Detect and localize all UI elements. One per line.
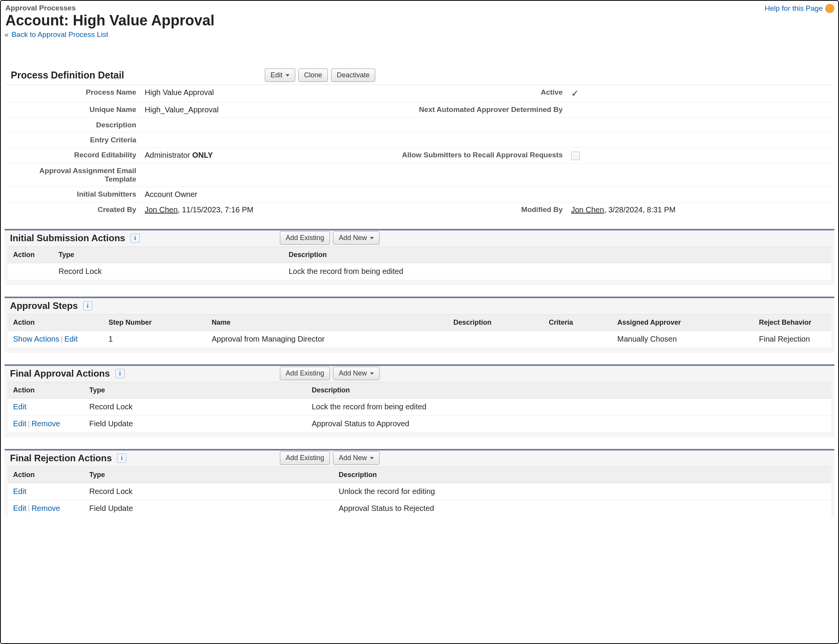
back-link[interactable]: Back to Approval Process List: [10, 30, 108, 38]
label-active: Active: [354, 85, 570, 102]
section-title-final-approval: Final Approval Actions: [10, 368, 110, 379]
label-created-by: Created By: [5, 202, 143, 217]
caret-down-icon: [370, 372, 374, 375]
label-unique-name: Unique Name: [5, 102, 143, 117]
table-row: Record Lock Lock the record from being e…: [8, 263, 831, 280]
section-title-initial-submission: Initial Submission Actions: [10, 233, 125, 244]
col-type: Type: [53, 247, 283, 263]
table-row: Show Actions|Edit 1 Approval from Managi…: [8, 330, 831, 347]
cell-description: Unlock the record for editing: [333, 483, 831, 500]
add-existing-button[interactable]: Add Existing: [280, 451, 330, 465]
panel-initial-submission: Initial Submission Actions i Add Existin…: [5, 229, 834, 285]
col-description: Description: [333, 467, 831, 483]
checkmark-icon: ✓: [571, 88, 579, 98]
help-icon[interactable]: [825, 4, 834, 13]
value-active: ✓: [570, 85, 834, 102]
col-assigned: Assigned Approver: [612, 314, 754, 330]
col-action: Action: [8, 314, 103, 330]
col-action: Action: [8, 247, 53, 263]
cell-action: [8, 263, 53, 280]
col-name: Name: [206, 314, 448, 330]
caret-down-icon: [286, 74, 289, 77]
edit-link[interactable]: Edit: [13, 487, 26, 496]
table-final-approval: Action Type Description Edit Record Lock…: [8, 382, 831, 432]
field-update-link[interactable]: Approval Status to Rejected: [339, 504, 434, 512]
label-initial-submitters: Initial Submitters: [5, 187, 143, 202]
cell-reject: Final Rejection: [754, 330, 831, 347]
cell-description: [448, 330, 543, 347]
section-title-approval-steps: Approval Steps: [10, 300, 78, 311]
remove-link[interactable]: Remove: [32, 504, 60, 512]
panel-final-rejection: Final Rejection Actions i Add Existing A…: [5, 449, 834, 517]
table-row: Edit|Remove Field Update Approval Status…: [8, 415, 831, 432]
cell-action: Edit: [8, 398, 84, 415]
caret-down-icon: [370, 457, 374, 459]
value-allow-recall: [570, 148, 834, 163]
col-criteria: Criteria: [543, 314, 612, 330]
cell-criteria: [543, 330, 612, 347]
table-row: Edit Record Lock Unlock the record for e…: [8, 483, 831, 500]
cell-action: Edit|Remove: [8, 415, 84, 432]
value-created-by: Jon Chen, 11/15/2023, 7:16 PM: [143, 202, 354, 217]
deactivate-button[interactable]: Deactivate: [331, 68, 375, 82]
table-row: Edit|Remove Field Update Approval Status…: [8, 500, 831, 517]
table-approval-steps: Action Step Number Name Description Crit…: [8, 314, 831, 347]
cell-type: Record Lock: [84, 398, 306, 415]
cell-type: Field Update: [84, 415, 306, 432]
cell-action: Edit: [8, 483, 84, 500]
label-description: Description: [5, 118, 143, 132]
col-type: Type: [84, 467, 333, 483]
cell-action: Edit|Remove: [8, 500, 84, 517]
help-link[interactable]: Help for this Page: [765, 4, 823, 13]
value-next-auto: [570, 102, 834, 117]
add-new-button[interactable]: Add New: [333, 367, 379, 380]
value-description: [143, 118, 834, 132]
add-existing-button[interactable]: Add Existing: [280, 367, 330, 380]
cell-type: Record Lock: [53, 263, 283, 280]
cell-name: Approval from Managing Director: [206, 330, 448, 347]
info-icon[interactable]: i: [130, 234, 140, 243]
clone-button[interactable]: Clone: [298, 68, 328, 82]
section-title-final-rejection: Final Rejection Actions: [10, 453, 112, 464]
info-icon[interactable]: i: [117, 454, 126, 463]
section-title-definition: Process Definition Detail: [11, 70, 124, 81]
add-new-button[interactable]: Add New: [333, 231, 379, 245]
col-step-number: Step Number: [103, 314, 206, 330]
label-approval-email: Approval Assignment Email Template: [5, 164, 143, 187]
value-entry-criteria: [143, 133, 834, 147]
show-actions-link[interactable]: Show Actions: [13, 335, 59, 343]
edit-link[interactable]: Edit: [64, 335, 77, 343]
col-action: Action: [8, 382, 84, 398]
value-record-editability: Administrator ONLY: [143, 148, 354, 163]
cell-description: Approval Status to Approved: [306, 415, 831, 432]
label-process-name: Process Name: [5, 85, 143, 102]
add-new-button[interactable]: Add New: [333, 451, 379, 465]
cell-step-number: 1: [103, 330, 206, 347]
edit-link[interactable]: Edit: [13, 419, 26, 428]
cell-assigned: Manually Chosen: [612, 330, 754, 347]
label-entry-criteria: Entry Criteria: [5, 133, 143, 147]
add-existing-button[interactable]: Add Existing: [280, 231, 330, 245]
edit-link[interactable]: Edit: [13, 504, 26, 512]
checkbox-unchecked-icon: [571, 152, 580, 160]
label-next-auto: Next Automated Approver Determined By: [354, 102, 570, 117]
remove-link[interactable]: Remove: [32, 419, 60, 428]
breadcrumb: Approval Processes: [5, 4, 214, 12]
info-icon[interactable]: i: [83, 301, 92, 310]
label-modified-by: Modified By: [354, 202, 570, 217]
field-update-link[interactable]: Approval Status to Approved: [312, 419, 409, 428]
cell-description: Lock the record from being edited: [283, 263, 831, 280]
table-row: Edit Record Lock Lock the record from be…: [8, 398, 831, 415]
cell-action: Show Actions|Edit: [8, 330, 103, 347]
col-type: Type: [84, 382, 306, 398]
panel-final-approval: Final Approval Actions i Add Existing Ad…: [5, 364, 834, 437]
cell-type: Field Update: [84, 500, 333, 517]
col-description: Description: [306, 382, 831, 398]
panel-approval-steps: Approval Steps i Action Step Number Name…: [5, 297, 834, 353]
edit-link[interactable]: Edit: [13, 402, 26, 411]
cell-description: Approval Status to Rejected: [333, 500, 831, 517]
table-final-rejection: Action Type Description Edit Record Lock…: [8, 467, 831, 517]
info-icon[interactable]: i: [115, 369, 125, 378]
edit-button[interactable]: Edit: [265, 68, 295, 82]
cell-description: Lock the record from being edited: [306, 398, 831, 415]
